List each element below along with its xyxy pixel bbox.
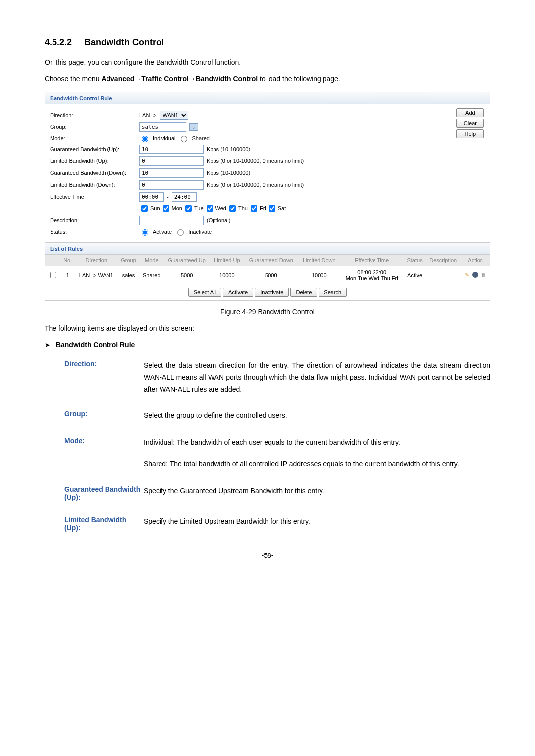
status-inactivate-radio[interactable] (177, 229, 184, 236)
eff-time-to[interactable] (172, 192, 197, 202)
g-up-input[interactable] (139, 145, 204, 154)
table-row: 1 LAN -> WAN1 sales Shared 5000 10000 50… (45, 266, 490, 284)
mode-individual-radio[interactable] (142, 136, 148, 142)
term-gup-desc: Specify the Guaranteed Upstream Bandwidt… (144, 485, 324, 501)
days-checkboxes: Sun Mon Tue Wed Thu Fri Sat (139, 204, 286, 213)
figure-caption: Figure 4-29 Bandwidth Control (45, 308, 490, 316)
list-of-rules-header: List of Rules (45, 242, 490, 255)
mode-shared-radio[interactable] (181, 136, 187, 142)
day-thu[interactable] (229, 205, 236, 212)
th-desc: Description (426, 255, 461, 266)
term-lup-desc: Specify the Limited Upstream Bandwidth f… (144, 516, 310, 532)
desc-input[interactable] (139, 216, 204, 225)
panel-header: Bandwidth Control Rule (45, 92, 490, 104)
th-ldown: Limited Down (298, 255, 340, 266)
direction-label: Direction: (50, 112, 139, 118)
l-down-label: Limited Bandwidth (Down): (50, 182, 139, 188)
eff-time-label: Effective Time: (50, 194, 139, 200)
chevron-icon: ➤ (45, 341, 50, 349)
section-heading: 4.5.2.2 Bandwidth Control (45, 37, 490, 48)
day-tue[interactable] (185, 205, 192, 212)
activate-button[interactable]: Activate (223, 288, 253, 297)
wan-select[interactable]: WAN1 (160, 111, 188, 120)
day-wed[interactable] (207, 205, 213, 212)
help-button[interactable]: Help (456, 129, 484, 138)
th-group: Group (118, 255, 140, 266)
breadcrumb-text: Choose the menu Advanced→Traffic Control… (45, 74, 490, 84)
term-mode-desc: Individual: The bandwidth of each user e… (144, 437, 459, 470)
edit-icon[interactable]: ✎ (465, 272, 469, 279)
add-button[interactable]: Add (456, 108, 484, 117)
disable-icon[interactable] (472, 272, 478, 279)
mode-label: Mode: (50, 135, 139, 141)
term-direction-desc: Select the data stream direction for the… (144, 360, 490, 395)
subsection-title: ➤ Bandwidth Control Rule (45, 340, 490, 350)
status-activate-radio[interactable] (142, 229, 148, 236)
search-button[interactable]: Search (319, 288, 347, 297)
bandwidth-control-panel: Bandwidth Control Rule Add Clear Help Di… (45, 92, 490, 301)
intro-text: On this page, you can configure the Band… (45, 57, 490, 68)
rules-table: No. Direction Group Mode Guaranteed Up L… (45, 255, 490, 284)
l-up-input[interactable] (139, 156, 204, 166)
term-group: Group: (64, 410, 144, 422)
inactivate-button[interactable]: Inactivate (255, 288, 289, 297)
g-down-input[interactable] (139, 168, 204, 178)
th-action: Action (461, 255, 490, 266)
group-input[interactable] (139, 122, 186, 132)
day-sun[interactable] (141, 205, 148, 212)
status-label: Status: (50, 229, 139, 235)
term-mode: Mode: (64, 437, 144, 470)
eff-time-from[interactable] (139, 192, 164, 202)
select-all-button[interactable]: Select All (188, 288, 221, 297)
th-lup: Limited Up (210, 255, 244, 266)
day-sat[interactable] (269, 205, 275, 212)
term-gup: Guaranteed Bandwidth (Up): (64, 485, 144, 501)
section-title: Bandwidth Control (84, 37, 164, 47)
th-gup: Guaranteed Up (163, 255, 210, 266)
th-direction: Direction (75, 255, 118, 266)
l-down-input[interactable] (139, 180, 204, 190)
th-no: No. (61, 255, 75, 266)
dropdown-icon[interactable]: ⌄ (189, 123, 198, 131)
row-checkbox[interactable] (50, 272, 56, 278)
day-mon[interactable] (163, 205, 169, 212)
delete-button[interactable]: Delete (290, 288, 317, 297)
term-direction: Direction: (64, 360, 144, 395)
g-up-label: Guaranteed Bandwidth (Up): (50, 146, 139, 152)
g-down-label: Guaranteed Bandwidth (Down): (50, 170, 139, 176)
term-lup: Limited Bandwidth (Up): (64, 516, 144, 532)
th-eff: Effective Time (340, 255, 404, 266)
section-number: 4.5.2.2 (45, 37, 72, 47)
following-items-text: The following items are displayed on thi… (45, 323, 490, 334)
day-fri[interactable] (251, 205, 257, 212)
term-group-desc: Select the group to define the controlle… (144, 410, 287, 422)
page-number: -58- (45, 552, 490, 559)
th-status: Status (404, 255, 426, 266)
desc-label: Description: (50, 217, 139, 223)
th-mode: Mode (139, 255, 163, 266)
delete-icon[interactable]: 🗑 (481, 272, 486, 279)
group-label: Group: (50, 124, 139, 130)
th-gdown: Guaranteed Down (244, 255, 298, 266)
clear-button[interactable]: Clear (456, 119, 484, 128)
l-up-label: Limited Bandwidth (Up): (50, 158, 139, 164)
